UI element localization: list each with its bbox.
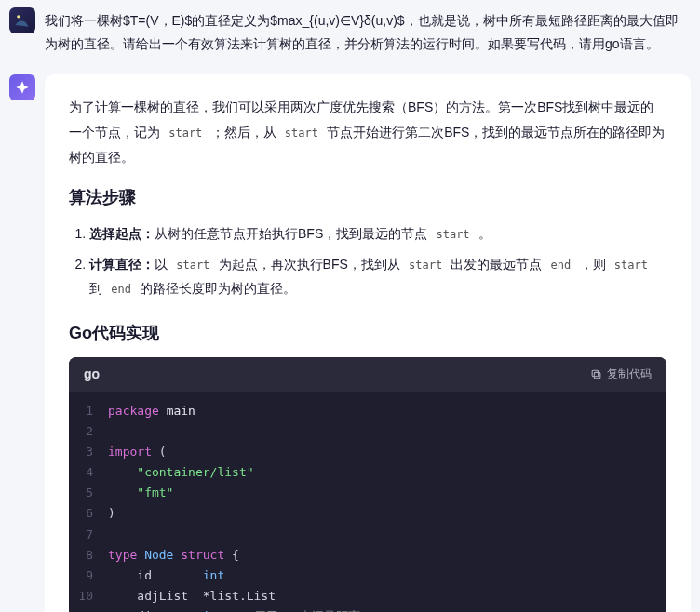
code-lang-label: go (84, 366, 100, 381)
step-label: 选择起点： (89, 226, 155, 241)
user-avatar (9, 7, 35, 33)
code-token: "fmt" (108, 483, 666, 503)
heading-code: Go代码实现 (69, 322, 666, 344)
code-token: ( (159, 445, 167, 459)
inline-code: end (542, 259, 579, 272)
text: 出发的最远节点 (451, 257, 542, 272)
copy-label: 复制代码 (607, 366, 652, 382)
code-token: package (108, 404, 167, 418)
assistant-message: 为了计算一棵树的直径，我们可以采用两次广度优先搜索（BFS）的方法。第一次BFS… (45, 74, 691, 612)
code-block: go 复制代码 1package main 2 3import ( 4 "con… (69, 357, 666, 612)
inline-code: start (276, 126, 328, 140)
list-item: 选择起点：从树的任意节点开始执行BFS，找到最远的节点 start 。 (89, 221, 666, 246)
code-token: int (203, 568, 224, 582)
text: 从树的任意节点开始执行BFS，找到最远的节点 (155, 226, 427, 241)
svg-rect-2 (592, 370, 599, 377)
code-token: main (167, 404, 195, 418)
heading-steps: 算法步骤 (69, 186, 666, 208)
code-token: Node (144, 548, 181, 562)
code-body[interactable]: 1package main 2 3import ( 4 "container/l… (69, 392, 666, 612)
inline-code: end (102, 283, 140, 296)
code-header: go 复制代码 (69, 357, 666, 392)
assistant-avatar (9, 74, 35, 100)
inline-code: start (400, 259, 451, 272)
line-number: 3 (69, 442, 108, 462)
text: 。 (478, 226, 491, 241)
line-number: 8 (69, 545, 108, 565)
text: 以 (155, 257, 168, 272)
line-number: 1 (69, 401, 108, 421)
list-item: 计算直径：以 start 为起点，再次执行BFS，找到从 start 出发的最远… (89, 252, 666, 301)
text: ；然后，从 (211, 125, 276, 140)
intro-paragraph: 为了计算一棵树的直径，我们可以采用两次广度优先搜索（BFS）的方法。第一次BFS… (69, 95, 666, 169)
text: 到 (89, 281, 102, 296)
code-token: struct (181, 548, 232, 562)
code-token: { (232, 548, 239, 562)
text: 的路径长度即为树的直径。 (140, 281, 296, 296)
copy-icon (590, 368, 602, 380)
line-number: 10 (69, 586, 108, 606)
line-number: 5 (69, 483, 108, 503)
copy-code-button[interactable]: 复制代码 (590, 366, 652, 382)
text: 为起点，再次执行BFS，找到从 (219, 257, 400, 272)
user-message-text: 我们将一棵树$T=(V，E)$的直径定义为$max_{(u,v)∈V}δ(u,v… (45, 7, 691, 56)
code-token: id (108, 568, 203, 582)
inline-code: start (427, 228, 478, 241)
svg-rect-1 (594, 372, 600, 379)
inline-code: start (168, 259, 219, 272)
line-number: 2 (69, 421, 108, 442)
line-number: 11 (69, 606, 108, 612)
line-number: 9 (69, 565, 108, 586)
code-token (108, 525, 666, 545)
line-number: 7 (69, 525, 108, 545)
line-number: 4 (69, 462, 108, 483)
text: ，则 (580, 257, 606, 272)
code-token: import (108, 445, 159, 459)
step-label: 计算直径： (89, 257, 155, 272)
code-token (108, 421, 666, 442)
line-number: 6 (69, 503, 108, 524)
code-token: type (108, 548, 144, 562)
svg-point-0 (17, 15, 20, 18)
code-token: ) (108, 503, 666, 524)
inline-code: start (606, 259, 650, 272)
steps-list: 选择起点：从树的任意节点开始执行BFS，找到最远的节点 start 。 计算直径… (69, 221, 666, 301)
inline-code: start (160, 126, 211, 140)
code-token: "container/list" (108, 462, 666, 483)
code-token: adjList *list.List (108, 589, 276, 603)
